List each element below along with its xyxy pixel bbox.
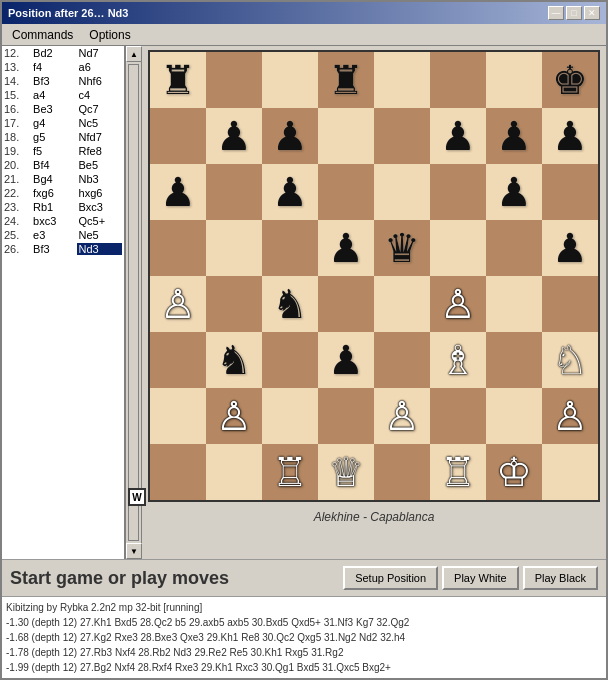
square-c5[interactable] xyxy=(262,220,318,276)
square-f8[interactable] xyxy=(430,52,486,108)
square-c7[interactable]: ♟ xyxy=(262,108,318,164)
square-g3[interactable] xyxy=(486,332,542,388)
play-white-button[interactable]: Play White xyxy=(442,566,519,590)
square-d6[interactable] xyxy=(318,164,374,220)
move-black[interactable]: a6 xyxy=(77,61,122,73)
move-white[interactable]: f4 xyxy=(31,61,76,73)
move-white[interactable]: Bd2 xyxy=(31,47,76,59)
square-a8[interactable]: ♜ xyxy=(150,52,206,108)
scroll-up-button[interactable]: ▲ xyxy=(126,46,142,62)
move-black[interactable]: Qc7 xyxy=(77,103,122,115)
move-white[interactable]: e3 xyxy=(31,229,76,241)
square-b7[interactable]: ♟ xyxy=(206,108,262,164)
move-black[interactable]: Nhf6 xyxy=(77,75,122,87)
square-e1[interactable] xyxy=(374,444,430,500)
square-h6[interactable] xyxy=(542,164,598,220)
move-black[interactable]: Nfd7 xyxy=(77,131,122,143)
square-c2[interactable] xyxy=(262,388,318,444)
square-f2[interactable] xyxy=(430,388,486,444)
square-c4[interactable]: ♞ xyxy=(262,276,318,332)
move-black[interactable]: hxg6 xyxy=(77,187,122,199)
square-a2[interactable] xyxy=(150,388,206,444)
move-black[interactable]: Rfe8 xyxy=(77,145,122,157)
square-c6[interactable]: ♟ xyxy=(262,164,318,220)
move-black[interactable]: Bxc3 xyxy=(77,201,122,213)
square-a7[interactable] xyxy=(150,108,206,164)
square-g2[interactable] xyxy=(486,388,542,444)
move-white[interactable]: Bf3 xyxy=(31,75,76,87)
square-d4[interactable] xyxy=(318,276,374,332)
move-black[interactable]: Nb3 xyxy=(77,173,122,185)
square-h2[interactable]: ♙ xyxy=(542,388,598,444)
square-e6[interactable] xyxy=(374,164,430,220)
move-white[interactable]: g5 xyxy=(31,131,76,143)
square-f1[interactable]: ♖ xyxy=(430,444,486,500)
square-h3[interactable]: ♘ xyxy=(542,332,598,388)
move-black[interactable]: Ne5 xyxy=(77,229,122,241)
move-white[interactable]: Bf4 xyxy=(31,159,76,171)
square-e8[interactable] xyxy=(374,52,430,108)
move-white[interactable]: Bg4 xyxy=(31,173,76,185)
move-white[interactable]: g4 xyxy=(31,117,76,129)
move-black[interactable]: Be5 xyxy=(77,159,122,171)
move-white[interactable]: Rb1 xyxy=(31,201,76,213)
square-b1[interactable] xyxy=(206,444,262,500)
move-white[interactable]: bxc3 xyxy=(31,215,76,227)
square-f6[interactable] xyxy=(430,164,486,220)
square-b2[interactable]: ♙ xyxy=(206,388,262,444)
move-black[interactable]: Nd7 xyxy=(77,47,122,59)
square-b5[interactable] xyxy=(206,220,262,276)
play-black-button[interactable]: Play Black xyxy=(523,566,598,590)
move-black[interactable]: Nc5 xyxy=(77,117,122,129)
square-g7[interactable]: ♟ xyxy=(486,108,542,164)
square-g1[interactable]: ♔ xyxy=(486,444,542,500)
square-d2[interactable] xyxy=(318,388,374,444)
square-e4[interactable] xyxy=(374,276,430,332)
square-g8[interactable] xyxy=(486,52,542,108)
square-b6[interactable] xyxy=(206,164,262,220)
move-white[interactable]: Bf3 xyxy=(31,243,76,255)
square-a1[interactable] xyxy=(150,444,206,500)
square-f4[interactable]: ♙ xyxy=(430,276,486,332)
move-white[interactable]: fxg6 xyxy=(31,187,76,199)
square-d7[interactable] xyxy=(318,108,374,164)
square-b3[interactable]: ♞ xyxy=(206,332,262,388)
square-f5[interactable] xyxy=(430,220,486,276)
move-black[interactable]: Nd3 xyxy=(77,243,122,255)
square-g6[interactable]: ♟ xyxy=(486,164,542,220)
square-c8[interactable] xyxy=(262,52,318,108)
move-white[interactable]: Be3 xyxy=(31,103,76,115)
square-a4[interactable]: ♙ xyxy=(150,276,206,332)
maximize-button[interactable]: □ xyxy=(566,6,582,20)
square-g4[interactable] xyxy=(486,276,542,332)
square-e7[interactable] xyxy=(374,108,430,164)
square-a3[interactable] xyxy=(150,332,206,388)
square-d1[interactable]: ♕ xyxy=(318,444,374,500)
square-a6[interactable]: ♟ xyxy=(150,164,206,220)
square-a5[interactable] xyxy=(150,220,206,276)
square-e3[interactable] xyxy=(374,332,430,388)
square-h5[interactable]: ♟ xyxy=(542,220,598,276)
square-d3[interactable]: ♟ xyxy=(318,332,374,388)
square-d8[interactable]: ♜ xyxy=(318,52,374,108)
square-b4[interactable] xyxy=(206,276,262,332)
square-h1[interactable] xyxy=(542,444,598,500)
scroll-down-button[interactable]: ▼ xyxy=(126,543,142,559)
square-h7[interactable]: ♟ xyxy=(542,108,598,164)
square-f3[interactable]: ♗ xyxy=(430,332,486,388)
square-e5[interactable]: ♛ xyxy=(374,220,430,276)
square-e2[interactable]: ♙ xyxy=(374,388,430,444)
menu-commands[interactable]: Commands xyxy=(6,26,79,44)
move-black[interactable]: c4 xyxy=(77,89,122,101)
square-c1[interactable]: ♖ xyxy=(262,444,318,500)
move-black[interactable]: Qc5+ xyxy=(77,215,122,227)
square-d5[interactable]: ♟ xyxy=(318,220,374,276)
square-h4[interactable] xyxy=(542,276,598,332)
setup-position-button[interactable]: Setup Position xyxy=(343,566,438,590)
square-f7[interactable]: ♟ xyxy=(430,108,486,164)
square-g5[interactable] xyxy=(486,220,542,276)
close-button[interactable]: ✕ xyxy=(584,6,600,20)
square-b8[interactable] xyxy=(206,52,262,108)
moves-scrollbar[interactable]: ▲ ▼ xyxy=(125,46,141,559)
square-h8[interactable]: ♚ xyxy=(542,52,598,108)
